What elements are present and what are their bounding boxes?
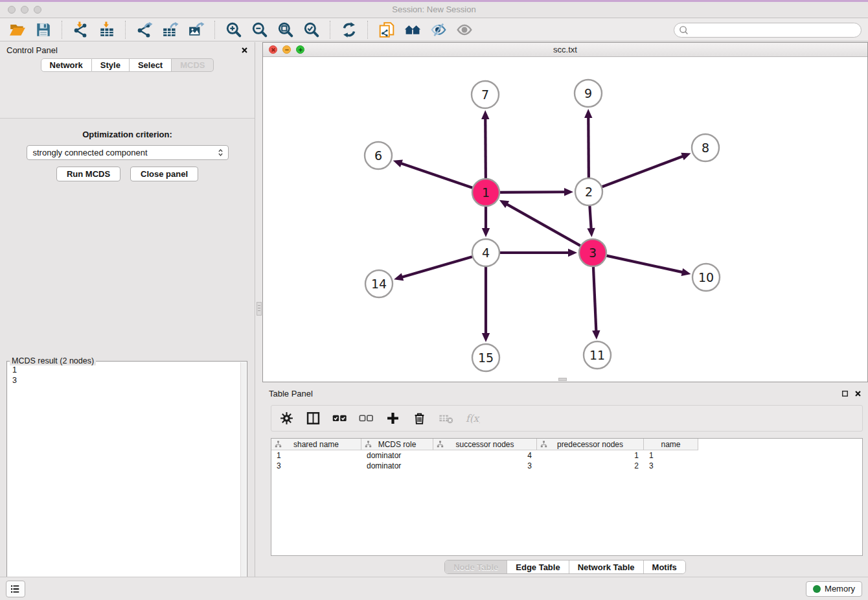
zoom-in-icon[interactable]	[223, 20, 244, 40]
column-header-label: MCDS role	[378, 440, 417, 449]
table-cell[interactable]: 1	[644, 450, 698, 461]
memory-button[interactable]: Memory	[806, 581, 862, 597]
table-cell[interactable]: 3	[433, 461, 537, 471]
network-graph[interactable]: 7968124314101511	[263, 57, 867, 382]
column-header-label: name	[661, 440, 680, 449]
column-header-MCDS-role[interactable]: MCDS role	[361, 439, 433, 450]
table-cell[interactable]: 4	[433, 450, 537, 461]
tab-edge-table[interactable]: Edge Table	[507, 560, 569, 573]
edge-4-14[interactable]	[402, 257, 472, 277]
columns-icon[interactable]	[304, 410, 322, 428]
delete-column-icon	[437, 410, 455, 428]
edge-1-7[interactable]	[485, 118, 486, 178]
zoom-out-icon[interactable]	[249, 20, 270, 40]
arrowhead-icon	[681, 268, 691, 276]
trash-icon[interactable]	[410, 410, 428, 428]
canvas-splitter-grip[interactable]	[558, 378, 567, 381]
mcds-result-box: MCDS result (2 nodes) 13	[6, 361, 247, 600]
mcds-result-title: MCDS result (2 nodes)	[10, 356, 96, 365]
network-close-button[interactable]	[269, 45, 277, 54]
arrowhead-icon	[482, 333, 490, 342]
toolbar-separator	[214, 21, 215, 39]
edge-3-11[interactable]	[593, 267, 596, 332]
zoom-selected-icon[interactable]	[301, 20, 322, 40]
tab-style[interactable]: Style	[92, 58, 130, 72]
tab-network-table[interactable]: Network Table	[569, 560, 644, 573]
export-table-icon[interactable]	[159, 20, 181, 40]
panel-splitter-grip[interactable]	[257, 302, 262, 316]
gear-icon[interactable]	[277, 410, 295, 428]
column-header-shared-name[interactable]: shared name	[271, 439, 361, 450]
table-cell[interactable]: 3	[271, 461, 361, 471]
svg-text:f(x): f(x)	[465, 413, 479, 424]
refresh-icon[interactable]	[338, 20, 360, 40]
table-row[interactable]: 1dominator411	[271, 450, 862, 461]
edge-3-1[interactable]	[506, 204, 580, 246]
table-cell[interactable]: 2	[537, 461, 644, 471]
edge-3-10[interactable]	[606, 256, 683, 273]
deselect-all-icon[interactable]	[357, 410, 375, 428]
column-header-name[interactable]: name	[644, 439, 698, 450]
table-close-panel-icon[interactable]	[854, 390, 862, 397]
import-network-icon[interactable]	[70, 20, 91, 40]
dropdown-stepper-icon	[216, 148, 225, 157]
hide-selected-icon[interactable]	[428, 20, 449, 40]
export-image-icon[interactable]	[185, 20, 207, 40]
table-cell[interactable]: 1	[271, 450, 361, 461]
table-cell[interactable]: 3	[644, 461, 698, 471]
column-header-predecessor-nodes[interactable]: predecessor nodes	[537, 439, 644, 450]
edge-1-2[interactable]	[500, 192, 565, 192]
edge-1-6[interactable]	[400, 163, 472, 188]
network-window-titlebar[interactable]: scc.txt	[263, 43, 867, 57]
graph-node-label: 2	[585, 185, 593, 199]
table-panel: Table Panel f(x) shared nameMCDS rolesuc…	[262, 386, 868, 575]
table-cell[interactable]: dominator	[361, 450, 433, 461]
mcds-tab-content: Optimization criterion: strongly connect…	[0, 118, 255, 577]
close-panel-button[interactable]: Close panel	[130, 167, 198, 181]
arrowhead-icon	[481, 110, 489, 119]
zoom-fit-icon[interactable]	[275, 20, 296, 40]
tab-node-table[interactable]: Node Table	[445, 560, 507, 573]
node-table[interactable]: shared nameMCDS rolesuccessor nodesprede…	[271, 438, 863, 556]
task-history-button[interactable]	[6, 581, 25, 597]
column-header-icon	[365, 441, 372, 448]
table-row[interactable]: 3dominator323	[271, 461, 862, 471]
memory-status-icon	[813, 585, 821, 593]
network-window-controls	[269, 45, 304, 54]
network-canvas[interactable]: 7968124314101511	[263, 57, 867, 382]
criterion-dropdown[interactable]: strongly connected component	[27, 145, 229, 160]
edge-2-3[interactable]	[589, 206, 591, 229]
tab-network[interactable]: Network	[41, 58, 92, 72]
add-row-icon[interactable]	[383, 410, 402, 428]
save-icon[interactable]	[32, 20, 54, 40]
network-file-icon[interactable]	[376, 20, 397, 40]
tab-motifs[interactable]: Motifs	[644, 560, 685, 573]
column-header-successor-nodes[interactable]: successor nodes	[433, 439, 537, 450]
column-header-icon	[437, 441, 444, 448]
export-network-icon[interactable]	[133, 20, 155, 40]
run-mcds-button[interactable]: Run MCDS	[56, 167, 120, 181]
table-cell[interactable]: dominator	[361, 461, 433, 471]
arrowhead-icon	[394, 273, 404, 281]
edge-2-9[interactable]	[588, 117, 589, 178]
network-minimize-button[interactable]	[282, 45, 291, 54]
network-window-title: scc.txt	[263, 43, 867, 57]
graph-node-label: 7	[481, 87, 489, 102]
network-maximize-button[interactable]	[296, 45, 304, 54]
close-panel-icon[interactable]	[241, 47, 248, 54]
select-all-icon[interactable]	[330, 410, 348, 428]
import-table-icon[interactable]	[96, 20, 117, 40]
search-box[interactable]	[674, 23, 862, 38]
table-float-panel-icon[interactable]	[841, 390, 849, 397]
toolbar-separator	[62, 21, 62, 39]
search-input[interactable]	[691, 25, 856, 34]
edge-2-8[interactable]	[602, 156, 684, 187]
tab-select[interactable]: Select	[130, 58, 172, 72]
tab-mcds[interactable]: MCDS	[172, 58, 214, 72]
first-neighbors-icon[interactable]	[402, 20, 423, 40]
result-scrollbar[interactable]	[240, 362, 246, 600]
criterion-value: strongly connected component	[33, 148, 148, 157]
table-cell[interactable]: 1	[537, 450, 644, 461]
open-folder-icon[interactable]	[6, 20, 28, 40]
arrowhead-icon	[482, 228, 490, 237]
